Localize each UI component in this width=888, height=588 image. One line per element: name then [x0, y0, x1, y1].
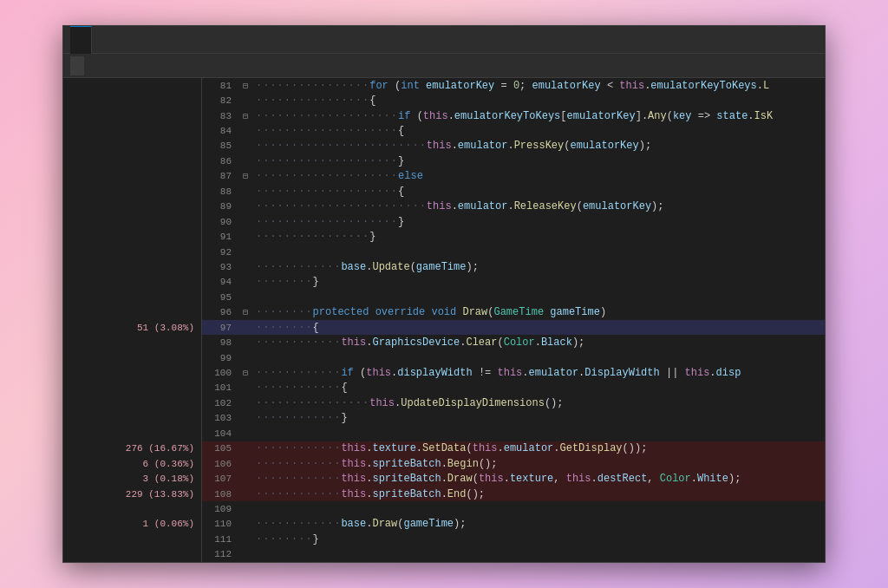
- code-line: 88····················{: [202, 184, 825, 199]
- line-content: ············this.texture.SetData(this.em…: [252, 442, 825, 454]
- gutter-row: [63, 426, 201, 441]
- line-number: 108: [202, 489, 238, 500]
- gutter-row: [63, 123, 201, 138]
- line-number: 81: [202, 81, 238, 91]
- line-content: ················for (int emulatorKey = 0…: [252, 80, 825, 92]
- line-number: 97: [202, 323, 238, 333]
- line-content: ········{: [252, 322, 825, 334]
- code-line: 90····················}: [202, 214, 825, 229]
- editor-window: 51 (3.08%)276 (16.67%)6 (0.36%)3 (0.18%)…: [62, 25, 826, 563]
- line-content: ········}: [252, 276, 825, 288]
- code-line: 110············base.Draw(gameTime);: [202, 517, 825, 532]
- coverage-gutter: 51 (3.08%)276 (16.67%)6 (0.36%)3 (0.18%)…: [63, 78, 202, 562]
- gutter-row: [63, 350, 201, 365]
- code-line: 93············base.Update(gameTime);: [202, 259, 825, 274]
- line-content: ············this.spriteBatch.Draw(this.t…: [252, 473, 825, 485]
- gutter-row: [63, 214, 201, 229]
- gutter-row: [63, 395, 201, 410]
- line-content: ············base.Draw(gameTime);: [252, 518, 825, 530]
- code-line: 101············{: [202, 381, 825, 395]
- line-number: 93: [202, 262, 238, 272]
- editor-area: 51 (3.08%)276 (16.67%)6 (0.36%)3 (0.18%)…: [63, 78, 825, 562]
- gutter-row: 51 (3.08%): [63, 320, 201, 335]
- code-line: 108············this.spriteBatch.End();: [202, 487, 825, 501]
- code-line: 85························this.emulator.…: [202, 139, 825, 154]
- code-area[interactable]: 81⊟················for (int emulatorKey …: [202, 78, 825, 562]
- code-line: 103············}: [202, 411, 825, 426]
- line-number: 92: [202, 247, 238, 258]
- toolbar: [63, 54, 825, 78]
- line-number: 105: [202, 443, 238, 454]
- gutter-row: [63, 305, 201, 320]
- gutter-row: [63, 365, 201, 380]
- line-number: 111: [202, 534, 238, 545]
- code-line: 111········}: [202, 532, 825, 546]
- code-line: 83⊟····················if (this.emulator…: [202, 108, 825, 123]
- gutter-row: [63, 411, 201, 426]
- gutter-row: [63, 501, 201, 516]
- line-number: 107: [202, 474, 238, 484]
- line-content: ············this.spriteBatch.Begin();: [252, 458, 825, 470]
- line-number: 109: [202, 504, 238, 514]
- line-number: 99: [202, 353, 238, 363]
- code-line: 99: [202, 350, 825, 365]
- line-number: 94: [202, 277, 238, 287]
- active-tab[interactable]: [70, 26, 92, 54]
- line-number: 112: [202, 549, 238, 559]
- line-number: 104: [202, 428, 238, 439]
- line-content: ························this.emulator.Re…: [252, 200, 825, 212]
- gutter-row: [63, 108, 201, 123]
- code-line: 95: [202, 290, 825, 304]
- title-bar: [63, 26, 825, 54]
- line-content: ········}: [252, 533, 825, 546]
- gutter-row: [63, 381, 201, 395]
- fold-indicator[interactable]: ⊟: [238, 368, 252, 378]
- fold-indicator[interactable]: ⊟: [238, 81, 252, 91]
- fold-indicator[interactable]: ⊟: [238, 171, 252, 181]
- code-line: 112: [202, 547, 825, 562]
- line-number: 85: [202, 140, 238, 151]
- line-number: 90: [202, 217, 238, 227]
- line-content: ····················{: [252, 186, 825, 198]
- line-number: 91: [202, 232, 238, 242]
- line-number: 102: [202, 398, 238, 408]
- line-content: ············base.Update(gameTime);: [252, 261, 825, 273]
- line-number: 87: [202, 171, 238, 181]
- line-content: ····················{: [252, 125, 825, 137]
- code-line: 106············this.spriteBatch.Begin();: [202, 456, 825, 471]
- line-content: ············if (this.displayWidth != thi…: [252, 367, 825, 379]
- line-number: 95: [202, 292, 238, 303]
- code-line: 102················this.UpdateDisplayDim…: [202, 395, 825, 410]
- code-line: 89························this.emulator.…: [202, 199, 825, 214]
- code-line: 86····················}: [202, 154, 825, 168]
- code-line: 82················{: [202, 93, 825, 108]
- code-line: 96⊟········protected override void Draw(…: [202, 305, 825, 320]
- line-content: ················{: [252, 95, 825, 107]
- line-content: ························this.emulator.Pr…: [252, 140, 825, 152]
- gutter-row: [63, 245, 201, 259]
- line-number: 83: [202, 111, 238, 121]
- gutter-row: [63, 139, 201, 154]
- line-number: 82: [202, 95, 238, 106]
- line-content: ····················if (this.emulatorKey…: [252, 110, 825, 122]
- line-content: ············this.spriteBatch.End();: [252, 488, 825, 500]
- line-content: ············{: [252, 382, 825, 394]
- gutter-row: [63, 199, 201, 214]
- code-line: 98············this.GraphicsDevice.Clear(…: [202, 335, 825, 350]
- gutter-row: 229 (13.83%): [63, 487, 201, 501]
- line-content: ····················}: [252, 155, 825, 167]
- code-line: 94········}: [202, 275, 825, 290]
- code-line: 87⊟····················else: [202, 169, 825, 184]
- fold-indicator[interactable]: ⊟: [238, 307, 252, 317]
- line-content: ············this.GraphicsDevice.Clear(Co…: [252, 336, 825, 349]
- analyze-copilot-button[interactable]: [70, 56, 84, 75]
- code-line: 81⊟················for (int emulatorKey …: [202, 78, 825, 93]
- line-number: 106: [202, 459, 238, 469]
- gutter-row: [63, 154, 201, 168]
- gutter-row: [63, 93, 201, 108]
- line-number: 84: [202, 126, 238, 136]
- line-number: 101: [202, 382, 238, 393]
- line-number: 98: [202, 337, 238, 348]
- line-number: 88: [202, 186, 238, 197]
- fold-indicator[interactable]: ⊟: [238, 111, 252, 121]
